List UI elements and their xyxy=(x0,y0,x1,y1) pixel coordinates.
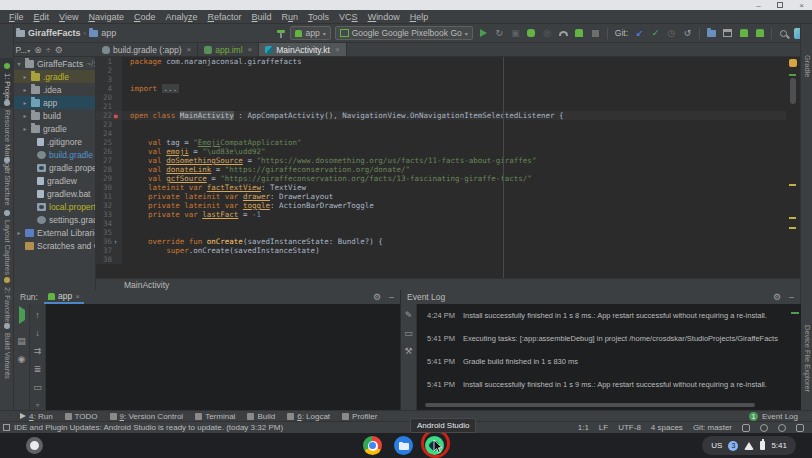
code-line-29[interactable]: 29 val gcfSource = "https://giraffeconse… xyxy=(96,174,800,183)
menu-run[interactable]: Run xyxy=(277,12,304,22)
event-log-content[interactable]: 4:24 PMInstall successfully finished in … xyxy=(417,304,801,410)
code-line-38[interactable]: 38 xyxy=(96,255,800,264)
breadcrumb-project[interactable]: GiraffeFacts xyxy=(28,28,81,38)
toolwindow-9-version-control[interactable]: 9: Version Control xyxy=(104,411,190,422)
lock-icon[interactable] xyxy=(742,424,750,432)
code-line-3[interactable]: 3 xyxy=(96,75,800,84)
clear-all-icon[interactable]: ▫ xyxy=(36,400,39,410)
code-line-30[interactable]: 30 lateinit var factTextView: TextView xyxy=(96,183,800,192)
tree-item-settings-gradle[interactable]: settings.gradle xyxy=(14,213,95,226)
close-tab-icon[interactable]: × xyxy=(248,45,253,54)
code-line-26[interactable]: 26 val emoji = "\ud83e\udd92" xyxy=(96,147,800,156)
code-line-25[interactable]: 25 val tag = "EmojiCompatApplication" xyxy=(96,138,800,147)
profiler-icon[interactable] xyxy=(557,27,570,40)
android-studio-icon[interactable] xyxy=(425,436,444,455)
close-tab-icon[interactable]: × xyxy=(75,292,80,301)
breadcrumb-module[interactable]: app xyxy=(101,28,116,38)
chrome-icon[interactable] xyxy=(363,436,382,455)
menu-edit[interactable]: Edit xyxy=(29,12,55,22)
wrench-icon[interactable]: ⚒ xyxy=(404,346,412,356)
status-message[interactable]: IDE and Plugin Updates: Android Studio i… xyxy=(14,423,283,432)
eventlog-settings-gear-icon[interactable]: ⚙ xyxy=(773,292,781,302)
run-minimize-icon[interactable]: – xyxy=(389,292,394,302)
menu-view[interactable]: View xyxy=(54,12,83,22)
git-commit-icon[interactable]: ✓ xyxy=(649,27,662,40)
clear-log-icon[interactable]: ▭ xyxy=(404,328,413,338)
log-entry[interactable]: 5:41 PMGradle build finished in 1 s 830 … xyxy=(417,350,801,373)
coverage-icon[interactable]: ◎ xyxy=(541,27,554,40)
editor-scrollbar[interactable] xyxy=(786,57,800,278)
stop-button[interactable] xyxy=(589,27,602,40)
tree-item-gradle-properties[interactable]: gradle.properties xyxy=(14,161,95,174)
log-entry[interactable]: 5:41 PMInstall successfully finished in … xyxy=(417,373,801,396)
run-button[interactable] xyxy=(477,27,490,40)
menu-tools[interactable]: Tools xyxy=(303,12,334,22)
log-entry[interactable]: 5:41 PMExecuting tasks: [:app:assembleDe… xyxy=(417,327,801,350)
sync-project-icon[interactable] xyxy=(705,27,718,40)
layout-inspector-icon[interactable] xyxy=(721,27,734,40)
stripe-device-file-explorer[interactable]: Device File Explorer xyxy=(800,325,812,392)
code-line-37[interactable]: 37 super.onCreate(savedInstanceState) xyxy=(96,246,800,255)
panel-settings-icon[interactable]: ⚙ xyxy=(55,45,63,55)
code-line-4[interactable]: 4import ... xyxy=(96,84,800,93)
restore-layout-icon[interactable]: ▤ xyxy=(17,336,26,346)
menu-file[interactable]: File xyxy=(4,12,29,22)
menu-navigate[interactable]: Navigate xyxy=(83,12,129,22)
code-line-34[interactable]: 34 xyxy=(96,219,800,228)
menu-help[interactable]: Help xyxy=(405,12,434,22)
code-line-1[interactable]: 1package com.naranjaconsal.giraffefacts xyxy=(96,57,800,66)
up-stack-icon[interactable]: ↑ xyxy=(35,310,40,320)
code-line-2[interactable]: 2 xyxy=(96,66,800,75)
event-log-button[interactable]: 1 Event Log xyxy=(749,412,798,421)
run-console-output[interactable] xyxy=(46,304,400,410)
toolwindow-todo[interactable]: TODO xyxy=(59,411,104,422)
tree-item-external-libraries[interactable]: ▸External Libraries xyxy=(14,226,95,239)
code-line-24[interactable]: 24 xyxy=(96,129,800,138)
code-line-36[interactable]: 36↑ override fun onCreate(savedInstanceS… xyxy=(96,237,800,246)
toolwindow-4-run[interactable]: 4: Run xyxy=(14,411,59,422)
code-line-31[interactable]: 31 private lateinit var drawer: DrawerLa… xyxy=(96,192,800,201)
toolwindow-6-logcat[interactable]: 6: Logcat xyxy=(281,411,336,422)
file-encoding[interactable]: UTF-8 xyxy=(618,423,641,432)
hector-icon[interactable] xyxy=(778,424,786,432)
avd-manager-icon[interactable] xyxy=(737,27,750,40)
code-line-27[interactable]: 27 val doSomethingSource = "https://www.… xyxy=(96,156,800,165)
soft-wrap-icon[interactable]: ⇉ xyxy=(34,346,42,356)
line-separator[interactable]: LF xyxy=(599,423,608,432)
down-stack-icon[interactable]: ↓ xyxy=(35,328,40,338)
tree-item-app[interactable]: ▸app xyxy=(14,96,95,109)
tree-item-gradle[interactable]: ▸gradle xyxy=(14,122,95,135)
tree-item-build-gradle[interactable]: build.gradle xyxy=(14,148,95,161)
run-settings-gear-icon[interactable]: ⚙ xyxy=(373,292,381,302)
menu-build[interactable]: Build xyxy=(247,12,277,22)
tree-item-build[interactable]: ▸build xyxy=(14,109,95,122)
code-line-23[interactable]: 23 xyxy=(96,120,800,129)
run-config-selector[interactable]: app▾ xyxy=(290,26,330,40)
code-line-20[interactable]: 20 xyxy=(96,93,800,102)
apply-code-changes-icon[interactable]: ▣ xyxy=(509,27,522,40)
eventlog-minimize-icon[interactable]: – xyxy=(789,292,794,302)
build-hammer-icon[interactable] xyxy=(276,28,286,38)
tree-item-gradlew[interactable]: gradlew xyxy=(14,174,95,187)
stripe-build-variants[interactable]: Build Variants xyxy=(0,318,14,382)
tree-item-gitignore[interactable]: .gitignore xyxy=(14,135,95,148)
code-line-35[interactable]: 35 xyxy=(96,228,800,237)
launcher-button[interactable] xyxy=(26,437,43,454)
toolwindow-profiler[interactable]: Profiler xyxy=(336,411,383,422)
git-branch[interactable]: Git: master xyxy=(693,423,732,432)
git-update-icon[interactable]: ↙ xyxy=(633,27,646,40)
print-icon[interactable]: ▭ xyxy=(33,382,42,392)
close-button[interactable]: × xyxy=(797,1,806,10)
toolwindow-terminal[interactable]: Terminal xyxy=(189,411,241,422)
editor-breadcrumbs[interactable]: MainActivity xyxy=(96,278,800,290)
collapse-all-icon[interactable]: ÷ xyxy=(46,45,51,55)
menu-refactor[interactable]: Refactor xyxy=(203,12,247,22)
code-line-28[interactable]: 28 val donateLink = "https://giraffecons… xyxy=(96,165,800,174)
scrollbar-thumb[interactable] xyxy=(790,78,796,104)
caret-position[interactable]: 1:1 xyxy=(578,423,589,432)
menu-window[interactable]: Window xyxy=(363,12,405,22)
close-tab-icon[interactable]: × xyxy=(187,45,192,54)
scroll-end-icon[interactable]: ≣ xyxy=(34,364,42,374)
tree-item-giraffefacts[interactable]: ▾GiraffeFacts ~/S xyxy=(14,57,95,70)
tree-item-gradle[interactable]: ▸.gradle xyxy=(14,70,95,83)
